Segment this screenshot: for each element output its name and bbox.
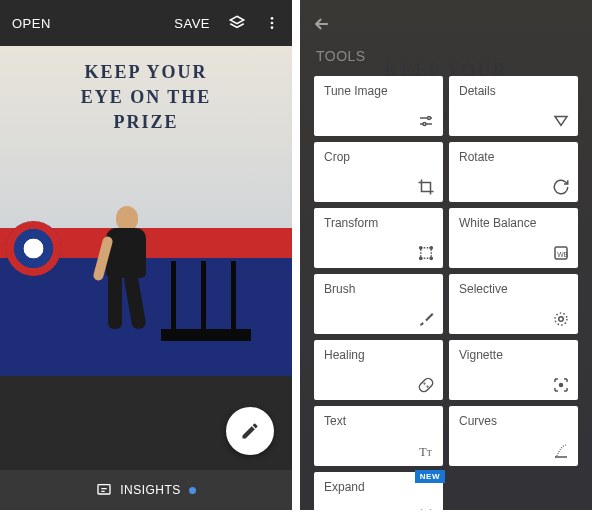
svg-point-1 bbox=[271, 22, 274, 25]
selective-icon bbox=[552, 310, 570, 328]
svg-point-13 bbox=[555, 313, 567, 325]
tool-healing[interactable]: Healing bbox=[314, 340, 443, 400]
svg-point-0 bbox=[271, 17, 274, 20]
details-icon bbox=[552, 112, 570, 130]
tool-label: Healing bbox=[324, 348, 433, 362]
tool-label: Curves bbox=[459, 414, 568, 428]
tune-icon bbox=[417, 112, 435, 130]
vignette-icon bbox=[552, 376, 570, 394]
photo-overlay-text: KEEP YOUR EYE ON THE PRIZE bbox=[81, 60, 212, 136]
tool-tune-image[interactable]: Tune Image bbox=[314, 76, 443, 136]
tool-transform[interactable]: Transform bbox=[314, 208, 443, 268]
gym-logo bbox=[6, 221, 61, 276]
tool-details[interactable]: Details bbox=[449, 76, 578, 136]
tool-rotate[interactable]: Rotate bbox=[449, 142, 578, 202]
insights-icon bbox=[96, 482, 112, 498]
tool-label: Selective bbox=[459, 282, 568, 296]
tool-vignette[interactable]: Vignette bbox=[449, 340, 578, 400]
transform-icon bbox=[417, 244, 435, 262]
top-bar: OPEN SAVE bbox=[0, 0, 292, 46]
expand-icon bbox=[417, 508, 435, 510]
svg-point-8 bbox=[420, 257, 422, 259]
sled-equipment bbox=[161, 261, 251, 341]
tool-label: Vignette bbox=[459, 348, 568, 362]
tool-label: Tune Image bbox=[324, 84, 433, 98]
tool-brush[interactable]: Brush bbox=[314, 274, 443, 334]
tool-label: Brush bbox=[324, 282, 433, 296]
wb-icon: WB bbox=[552, 244, 570, 262]
tool-crop[interactable]: Crop bbox=[314, 142, 443, 202]
tool-selective[interactable]: Selective bbox=[449, 274, 578, 334]
open-button[interactable]: OPEN bbox=[12, 16, 51, 31]
curves-icon bbox=[552, 442, 570, 460]
tool-curves[interactable]: Curves bbox=[449, 406, 578, 466]
notification-dot bbox=[189, 487, 196, 494]
svg-text:T: T bbox=[427, 449, 432, 458]
svg-rect-14 bbox=[418, 377, 435, 394]
svg-point-12 bbox=[559, 317, 564, 322]
tool-label: White Balance bbox=[459, 216, 568, 230]
pencil-icon bbox=[240, 421, 260, 441]
svg-point-6 bbox=[420, 247, 422, 249]
tool-text[interactable]: Text TT bbox=[314, 406, 443, 466]
edit-fab[interactable] bbox=[226, 407, 274, 455]
svg-point-9 bbox=[430, 257, 432, 259]
rotate-icon bbox=[552, 178, 570, 196]
photo-canvas[interactable]: KEEP YOUR EYE ON THE PRIZE bbox=[0, 46, 292, 376]
new-badge: NEW bbox=[415, 470, 445, 483]
person-figure bbox=[96, 206, 166, 336]
brush-icon bbox=[417, 310, 435, 328]
tool-label: Transform bbox=[324, 216, 433, 230]
svg-point-16 bbox=[427, 386, 428, 387]
tool-label: Crop bbox=[324, 150, 433, 164]
svg-point-7 bbox=[430, 247, 432, 249]
insights-button[interactable]: INSIGHTS bbox=[120, 483, 181, 497]
svg-text:WB: WB bbox=[557, 251, 568, 258]
tool-label: Text bbox=[324, 414, 433, 428]
more-icon[interactable] bbox=[264, 15, 280, 31]
tool-label: Rotate bbox=[459, 150, 568, 164]
svg-point-4 bbox=[428, 117, 431, 120]
tools-grid: Tune Image Details Crop Rotate Transform… bbox=[300, 76, 592, 510]
svg-point-5 bbox=[423, 123, 426, 126]
svg-point-15 bbox=[424, 383, 425, 384]
text-icon: TT bbox=[417, 442, 435, 460]
tool-label: Details bbox=[459, 84, 568, 98]
tool-expand[interactable]: Expand NEW bbox=[314, 472, 443, 510]
bottom-bar: INSIGHTS bbox=[0, 470, 292, 510]
crop-icon bbox=[417, 178, 435, 196]
tools-screen: KEEP YOUR EYE ON THE PRIZE TOOLS Tune Im… bbox=[300, 0, 592, 510]
save-button[interactable]: SAVE bbox=[174, 16, 210, 31]
editor-screen: OPEN SAVE KEEP YOUR EYE ON THE PRIZE bbox=[0, 0, 292, 510]
svg-point-2 bbox=[271, 26, 274, 29]
svg-point-17 bbox=[560, 384, 563, 387]
layers-icon[interactable] bbox=[228, 14, 246, 32]
healing-icon bbox=[417, 376, 435, 394]
tool-white-balance[interactable]: White Balance WB bbox=[449, 208, 578, 268]
